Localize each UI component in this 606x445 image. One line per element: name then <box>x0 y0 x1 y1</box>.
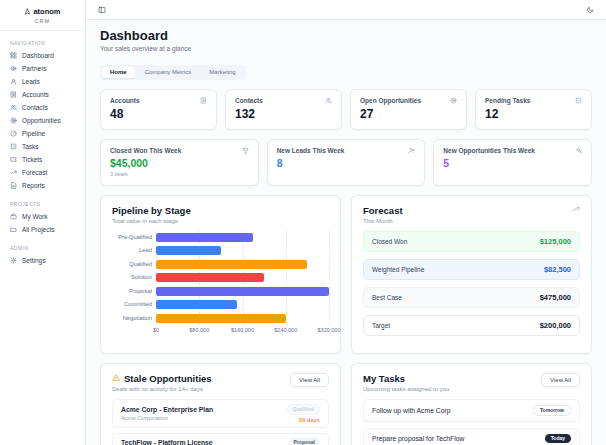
chart-bar-row <box>156 312 329 326</box>
stage-badge: Proposal <box>289 438 320 445</box>
tasks-view-all-button[interactable]: View All <box>541 373 580 387</box>
charts-row: Pipeline by Stage Total value in each st… <box>100 195 592 354</box>
sidebar-item-tickets[interactable]: Tickets <box>0 153 85 166</box>
kpi-label: Closed Won This Week <box>110 147 181 154</box>
forecast-rows: Closed Won$125,000Weighted Pipeline$82,5… <box>363 231 580 336</box>
week-stat-value: 5 <box>443 157 582 169</box>
sidebar-item-label: Dashboard <box>22 52 54 59</box>
week-stats-row: Closed Won This Week$45,0003 dealsNew Le… <box>100 139 592 186</box>
briefcase-icon <box>10 213 17 220</box>
dashboard-tabs: HomeCompany MetricsMarketing <box>100 65 246 80</box>
sidebar-item-my-work[interactable]: My Work <box>0 210 85 223</box>
sidebar-item-contacts[interactable]: Contacts <box>0 101 85 114</box>
week-card-new-leads-this-week: New Leads This Week8 <box>267 139 426 186</box>
ticket-icon <box>10 156 17 163</box>
chart-x-axis: $0$80,000$160,000$240,000$320,000 <box>156 327 329 336</box>
content: Dashboard Your sales overview at a glanc… <box>86 20 606 445</box>
brand-logo-icon <box>24 8 31 15</box>
stale-item-info: TechFlow - Platform LicenseTechFlow Solu… <box>121 439 213 445</box>
forecast-row-value: $82,500 <box>544 265 571 274</box>
chart-bar-row <box>156 271 329 285</box>
sidebar-item-label: Tickets <box>22 156 42 163</box>
stale-opportunity-row[interactable]: Acme Corp - Enterprise PlanAcme Corporat… <box>112 399 329 428</box>
bottom-row: Stale Opportunities Deals with no activi… <box>100 363 592 445</box>
kpi-card-contacts: Contacts132 <box>225 89 342 130</box>
chart-category-labels: Pre-QualifiedLeadQualifiedSolutionPropos… <box>112 231 156 326</box>
chart-category-label: Solution <box>112 271 156 285</box>
kpi-value: 27 <box>360 107 457 121</box>
sidebar-item-all-projects[interactable]: All Projects <box>0 223 85 236</box>
chart-bar <box>156 300 237 309</box>
stale-opportunity-row[interactable]: TechFlow - Platform LicenseTechFlow Solu… <box>112 433 329 445</box>
chart-plot: Pre-QualifiedLeadQualifiedSolutionPropos… <box>112 231 329 326</box>
sidebar-toggle-button[interactable] <box>96 4 108 16</box>
chart-x-tick: $80,000 <box>189 327 209 333</box>
sidebar-item-tasks[interactable]: Tasks <box>0 140 85 153</box>
chart-bar <box>156 246 221 255</box>
stale-opportunities-card: Stale Opportunities Deals with no activi… <box>100 363 341 445</box>
tasks-subtitle: Upcoming tasks assigned to you <box>363 386 449 392</box>
tab-company-metrics[interactable]: Company Metrics <box>137 67 200 78</box>
task-row[interactable]: Follow up with Acme CorpTomorrow <box>363 399 580 422</box>
forecast-row-value: $125,000 <box>540 237 571 246</box>
task-row[interactable]: Prepare proposal for TechFlowToday <box>363 428 580 445</box>
gear-icon <box>10 257 17 264</box>
partners-icon <box>10 65 17 72</box>
stale-item-company: Acme Corporation <box>121 415 213 421</box>
sidebar-item-label: Leads <box>22 78 40 85</box>
chart-category-label: Committed <box>112 298 156 312</box>
chart-bar-row <box>156 244 329 258</box>
sidebar-item-partners[interactable]: Partners <box>0 62 85 75</box>
sidebar-item-accounts[interactable]: Accounts <box>0 88 85 101</box>
chart-bar <box>156 260 307 269</box>
chart-bar-row <box>156 285 329 299</box>
target-icon <box>450 97 457 104</box>
week-stat-sub <box>277 171 416 177</box>
brand-tagline: CRM <box>4 18 81 24</box>
sidebar-nav: NavigationDashboardPartnersLeadsAccounts… <box>0 40 85 267</box>
page-subtitle: Your sales overview at a glance <box>100 45 592 52</box>
sidebar-item-pipeline[interactable]: Pipeline <box>0 127 85 140</box>
kpi-head: Pending Tasks <box>485 97 582 104</box>
sidebar-item-opportunities[interactable]: Opportunities <box>0 114 85 127</box>
task-list: Follow up with Acme CorpTomorrowPrepare … <box>363 399 580 445</box>
sidebar-item-settings[interactable]: Settings <box>0 254 85 267</box>
task-due-badge: Today <box>545 434 571 443</box>
tab-marketing[interactable]: Marketing <box>201 67 243 78</box>
sidebar-item-leads[interactable]: Leads <box>0 75 85 88</box>
sidebar-item-forecast[interactable]: Forecast <box>0 166 85 179</box>
brand-name: atonom <box>33 7 60 16</box>
task-due-badge: Tomorrow <box>533 405 571 416</box>
topbar <box>86 0 606 20</box>
forecast-row-label: Best Case <box>372 294 402 301</box>
forecast-row-closed-won: Closed Won$125,000 <box>363 231 580 252</box>
building-icon <box>10 91 17 98</box>
sidebar-item-label: All Projects <box>22 226 55 233</box>
forecast-row-label: Weighted Pipeline <box>372 266 424 273</box>
chart-bar <box>156 287 329 296</box>
chart-bar-row <box>156 258 329 272</box>
stale-days-label: 29 days <box>299 417 320 423</box>
sidebar-item-reports[interactable]: Reports <box>0 179 85 192</box>
sidebar-section-label: Projects <box>10 201 75 207</box>
forecast-row-value: $475,000 <box>540 293 571 302</box>
chart-gridline <box>329 231 330 326</box>
chart-x-tick: $320,000 <box>318 327 341 333</box>
tab-home[interactable]: Home <box>102 67 135 78</box>
kpi-head: New Opportunities This Week <box>443 147 582 154</box>
brand: atonom CRM <box>0 0 85 31</box>
stale-item-info: Acme Corp - Enterprise PlanAcme Corporat… <box>121 406 213 421</box>
kpi-label: Open Opportunities <box>360 97 421 104</box>
target-icon <box>10 117 17 124</box>
theme-toggle-button[interactable] <box>584 4 596 16</box>
check-square-icon <box>575 97 582 104</box>
task-label: Follow up with Acme Corp <box>372 407 451 414</box>
stale-subtitle: Deals with no activity for 14+ days <box>112 386 212 392</box>
file-icon <box>10 182 17 189</box>
kpi-value: 132 <box>235 107 332 121</box>
chart-bar <box>156 273 264 282</box>
sidebar-item-dashboard[interactable]: Dashboard <box>0 49 85 62</box>
chart-bar-row <box>156 231 329 245</box>
kpi-head: Open Opportunities <box>360 97 457 104</box>
stale-view-all-button[interactable]: View All <box>290 373 329 387</box>
